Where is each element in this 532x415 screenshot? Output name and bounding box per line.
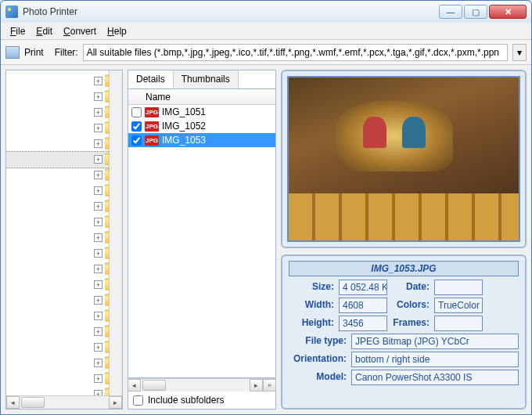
app-window: Photo Printer — ▢ ✕ File Edit Convert He…	[0, 0, 532, 415]
print-button-label[interactable]: Print	[24, 47, 44, 58]
expand-icon[interactable]: +	[94, 139, 102, 148]
value-model: Canon PowerShot A3300 IS	[351, 370, 519, 385]
label-frames: Frames:	[390, 316, 431, 331]
tree-item[interactable]: +Виде	[6, 324, 122, 340]
filter-input[interactable]	[83, 44, 508, 61]
expand-icon[interactable]: +	[94, 296, 102, 305]
titlebar[interactable]: Photo Printer — ▢ ✕	[1, 1, 531, 23]
file-checkbox[interactable]	[131, 107, 142, 117]
label-colors: Colors:	[390, 298, 431, 313]
expand-icon[interactable]: +	[94, 186, 102, 195]
label-model: Model:	[289, 370, 348, 385]
toolbar: Print Filter: ▾	[1, 40, 531, 65]
file-panel: Details Thumbnails Name JPGIMG_1051JPGIM…	[128, 70, 276, 410]
file-row[interactable]: JPGIMG_1053	[128, 133, 275, 147]
minimize-button[interactable]: —	[439, 5, 462, 19]
tree-scrollbar-horizontal[interactable]: ◂▸	[6, 395, 122, 409]
value-size: 4 052.48 KB	[339, 280, 387, 295]
tree-item[interactable]: +2014	[6, 105, 122, 121]
info-filename: IMG_1053.JPG	[289, 261, 519, 276]
jpg-icon: JPG	[145, 107, 159, 117]
value-filetype: JPEG Bitmap (JPG) YCbCr	[351, 334, 519, 349]
file-name: IMG_1052	[162, 121, 206, 132]
tree-item[interactable]: +2014	[6, 199, 122, 215]
tab-details[interactable]: Details	[128, 70, 174, 88]
file-row[interactable]: JPGIMG_1052	[128, 119, 275, 133]
content-area: +2014+2014+2014+2014+2014+2014+2014+2014…	[1, 65, 531, 414]
include-subfolders-checkbox[interactable]	[133, 395, 143, 406]
tree-item[interactable]: +2014	[6, 74, 122, 89]
tree-item[interactable]: +VueS	[6, 309, 122, 324]
label-size: Size:	[289, 280, 336, 295]
file-name: IMG_1053	[162, 135, 206, 146]
tree-scrollbar-vertical[interactable]	[109, 70, 122, 395]
file-name: IMG_1051	[162, 106, 206, 117]
tab-thumbnails[interactable]: Thumbnails	[174, 70, 239, 88]
window-title: Photo Printer	[23, 6, 437, 17]
expand-icon[interactable]: +	[94, 77, 102, 85]
file-list[interactable]: Name JPGIMG_1051JPGIMG_1052JPGIMG_1053	[128, 88, 276, 378]
expand-icon[interactable]: +	[94, 202, 102, 211]
label-filetype: File type:	[289, 334, 348, 349]
right-panel: IMG_1053.JPG Size: 4 052.48 KB Date: Wid…	[281, 70, 527, 410]
menu-help[interactable]: Help	[102, 24, 131, 38]
jpg-icon: JPG	[145, 121, 159, 132]
menubar: File Edit Convert Help	[1, 23, 531, 40]
value-orientation: bottom / right side	[351, 352, 519, 367]
file-checkbox[interactable]	[131, 121, 142, 132]
expand-icon[interactable]: +	[94, 343, 102, 352]
value-height: 3456	[339, 316, 387, 331]
tree-item[interactable]: +Лягу	[6, 340, 122, 355]
filter-dropdown-button[interactable]: ▾	[512, 44, 527, 61]
tree-item[interactable]: +Наст	[6, 371, 122, 387]
file-checkbox[interactable]	[131, 135, 142, 146]
tree-item[interactable]: +Rapt	[6, 293, 122, 309]
file-row[interactable]: JPGIMG_1051	[128, 105, 275, 119]
expand-icon[interactable]: +	[94, 155, 102, 164]
tree-item[interactable]: +2014	[6, 152, 122, 168]
expand-icon[interactable]: +	[94, 249, 102, 258]
tree-item[interactable]: +Goog	[6, 262, 122, 277]
expand-icon[interactable]: +	[94, 233, 102, 242]
tree-item[interactable]: +2014	[6, 168, 122, 183]
expand-icon[interactable]: +	[94, 265, 102, 273]
value-frames	[434, 316, 483, 331]
tree-item[interactable]: +Мои р	[6, 355, 122, 371]
menu-file[interactable]: File	[5, 24, 30, 38]
expand-icon[interactable]: +	[94, 171, 102, 179]
tree-item[interactable]: +Picas	[6, 277, 122, 293]
filter-label: Filter:	[55, 47, 78, 58]
tree-item[interactable]: +Adob	[6, 230, 122, 246]
tree-item[interactable]: +2014	[6, 89, 122, 105]
tree-item[interactable]: +2014	[6, 136, 122, 152]
label-width: Width:	[289, 298, 336, 313]
tree-item[interactable]: +2014	[6, 121, 122, 136]
tree-item[interactable]: +APC V	[6, 246, 122, 262]
maximize-button[interactable]: ▢	[464, 5, 487, 19]
column-header-name[interactable]: Name	[128, 89, 275, 105]
printer-icon[interactable]	[5, 46, 20, 59]
expand-icon[interactable]: +	[94, 108, 102, 117]
include-subfolders-label: Include subfolders	[148, 395, 224, 406]
jpg-icon: JPG	[145, 135, 159, 146]
label-date: Date:	[390, 280, 431, 295]
value-date	[434, 280, 483, 295]
expand-icon[interactable]: +	[94, 124, 102, 132]
expand-icon[interactable]: +	[94, 327, 102, 336]
expand-icon[interactable]: +	[94, 92, 102, 101]
tree-item[interactable]: +2014	[6, 183, 122, 199]
image-preview[interactable]	[287, 76, 520, 242]
value-width: 4608	[339, 298, 387, 313]
expand-icon[interactable]: +	[94, 280, 102, 289]
filelist-scrollbar-horizontal[interactable]: ◂▸»	[128, 378, 276, 392]
expand-icon[interactable]: +	[94, 359, 102, 367]
menu-edit[interactable]: Edit	[31, 24, 57, 38]
expand-icon[interactable]: +	[94, 218, 102, 226]
expand-icon[interactable]: +	[94, 374, 102, 383]
menu-convert[interactable]: Convert	[59, 24, 101, 38]
folder-tree[interactable]: +2014+2014+2014+2014+2014+2014+2014+2014…	[5, 70, 123, 410]
close-button[interactable]: ✕	[489, 5, 527, 19]
tree-item[interactable]: +2016	[6, 215, 122, 230]
expand-icon[interactable]: +	[94, 312, 102, 320]
file-tabs: Details Thumbnails	[128, 70, 276, 88]
